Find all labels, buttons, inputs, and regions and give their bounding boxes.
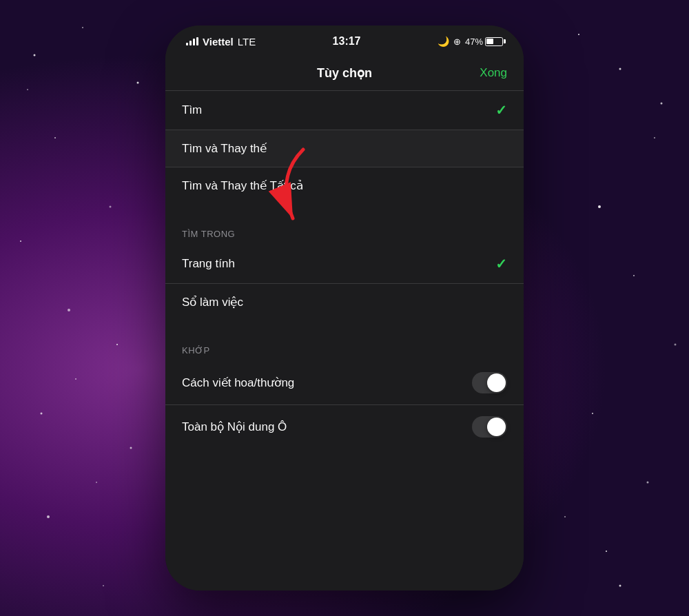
- svg-point-17: [606, 551, 607, 552]
- tim-trong-section: TÌM TRONG Trang tính ✓ Sổ làm việc: [165, 215, 524, 320]
- svg-point-7: [116, 344, 118, 345]
- modal-header: Tùy chọn Xong: [165, 53, 524, 91]
- tim-option[interactable]: Tìm ✓: [165, 91, 524, 130]
- svg-point-23: [578, 34, 579, 35]
- network-type: LTE: [238, 36, 256, 48]
- svg-point-9: [96, 482, 97, 483]
- svg-point-10: [619, 68, 621, 70]
- phone-screen: Viettel LTE 13:17 🌙 ⊕ 47% Tùy chọn: [165, 25, 524, 591]
- cach-viet-hoa-option[interactable]: Cách viết hoa/thường: [165, 361, 524, 405]
- moon-icon: 🌙: [438, 36, 449, 47]
- svg-point-6: [68, 309, 70, 311]
- battery-info: 47%: [465, 37, 503, 47]
- signal-bar-1: [186, 43, 188, 45]
- khop-section: KHỚP Cách viết hoa/thường Toàn bộ Nội du…: [165, 331, 524, 449]
- svg-point-0: [34, 54, 36, 57]
- svg-point-24: [27, 89, 28, 90]
- svg-point-19: [103, 585, 104, 586]
- svg-point-4: [110, 206, 112, 208]
- svg-point-18: [47, 515, 50, 518]
- battery-fill: [486, 39, 493, 44]
- tim-va-thay-the-tat-ca-option[interactable]: Tìm và Thay thế Tất cả: [165, 167, 524, 204]
- modal-title: Tùy chọn: [223, 65, 466, 81]
- svg-point-20: [619, 585, 621, 587]
- signal-icon: [186, 37, 198, 45]
- tim-label: Tìm: [182, 103, 202, 117]
- svg-point-25: [130, 447, 132, 449]
- trang-tinh-label: Trang tính: [182, 257, 235, 271]
- svg-point-12: [598, 205, 601, 208]
- so-lam-viec-label: Sổ làm việc: [182, 295, 243, 309]
- status-time: 13:17: [333, 35, 361, 48]
- toan-bo-noi-dung-label: Toàn bộ Nội dung Ô: [182, 420, 287, 434]
- svg-point-8: [41, 413, 43, 415]
- svg-point-2: [137, 82, 139, 84]
- svg-point-26: [75, 378, 76, 380]
- trang-tinh-option[interactable]: Trang tính ✓: [165, 245, 524, 284]
- carrier-name: Viettel: [203, 36, 234, 48]
- carrier-info: Viettel LTE: [186, 36, 256, 48]
- done-button[interactable]: Xong: [466, 66, 507, 80]
- tim-va-thay-the-option[interactable]: Tìm và Thay thế: [165, 130, 524, 167]
- svg-point-15: [592, 413, 593, 414]
- location-icon: ⊕: [453, 37, 461, 47]
- svg-point-22: [661, 103, 663, 105]
- cach-viet-hoa-label: Cách viết hoa/thường: [182, 376, 294, 390]
- toan-bo-noi-dung-toggle[interactable]: [472, 416, 507, 438]
- khop-header: KHỚP: [165, 331, 524, 361]
- main-options-section: Tìm ✓ Tìm và Thay thế Tìm và Thay thế Tấ…: [165, 91, 524, 204]
- svg-point-3: [54, 137, 56, 138]
- svg-point-13: [633, 275, 635, 276]
- tim-va-thay-the-label: Tìm và Thay thế: [182, 141, 267, 156]
- tim-trong-header: TÌM TRONG: [165, 215, 524, 245]
- cach-viet-hoa-knob: [487, 373, 506, 392]
- battery-icon: [485, 37, 503, 46]
- battery-percent-text: 47%: [465, 37, 483, 47]
- toan-bo-noi-dung-option[interactable]: Toàn bộ Nội dung Ô: [165, 405, 524, 449]
- phone-container: Viettel LTE 13:17 🌙 ⊕ 47% Tùy chọn: [165, 25, 524, 591]
- svg-point-11: [654, 137, 655, 138]
- signal-bar-3: [193, 39, 195, 45]
- svg-point-14: [675, 344, 677, 346]
- svg-point-1: [82, 27, 83, 28]
- trang-tinh-checkmark: ✓: [495, 256, 507, 272]
- signal-bar-2: [189, 41, 192, 45]
- cach-viet-hoa-toggle[interactable]: [472, 372, 507, 393]
- modal-sheet: Tùy chọn Xong Tìm ✓ Tìm và Thay thế Tìm …: [165, 53, 524, 591]
- status-right-icons: 🌙 ⊕ 47%: [438, 36, 503, 47]
- status-bar: Viettel LTE 13:17 🌙 ⊕ 47%: [165, 25, 524, 53]
- tim-checkmark: ✓: [495, 102, 507, 119]
- svg-point-21: [564, 516, 566, 517]
- signal-bar-4: [196, 37, 198, 45]
- section-gap-2: [165, 320, 524, 331]
- svg-point-5: [20, 240, 21, 242]
- tim-va-thay-the-tat-ca-label: Tìm và Thay thế Tất cả: [182, 178, 303, 193]
- so-lam-viec-option[interactable]: Sổ làm việc: [165, 284, 524, 320]
- section-gap-1: [165, 204, 524, 215]
- toan-bo-noi-dung-knob: [487, 418, 506, 436]
- svg-point-16: [647, 482, 649, 484]
